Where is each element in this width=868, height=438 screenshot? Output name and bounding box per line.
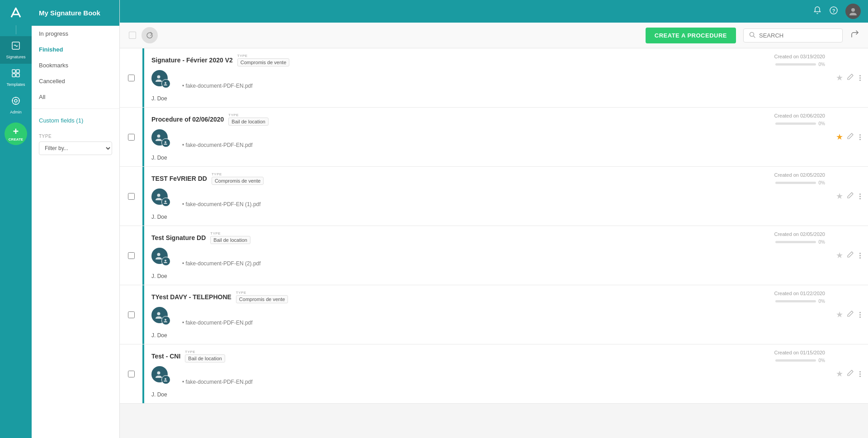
edit-icon[interactable] xyxy=(847,251,854,260)
user-name: J. Doe xyxy=(151,214,168,220)
item-checkbox-col xyxy=(120,285,142,344)
star-button[interactable]: ★ xyxy=(836,191,843,201)
edit-icon[interactable] xyxy=(847,369,854,378)
list-item: Test - CNI TYPE Bail de location xyxy=(120,344,868,404)
item-actions: ★ xyxy=(830,48,868,107)
user-name: J. Doe xyxy=(151,332,168,339)
svg-point-27 xyxy=(157,372,160,375)
item-meta: Created on 01/15/2020 0% xyxy=(740,344,830,403)
svg-point-17 xyxy=(157,75,160,79)
item-checkbox[interactable] xyxy=(128,252,135,259)
svg-point-7 xyxy=(14,99,17,102)
notification-button[interactable] xyxy=(813,6,822,17)
more-button[interactable] xyxy=(858,310,863,320)
filter-type-select[interactable]: Filter by... Compromis de vente Bail de … xyxy=(39,141,112,155)
create-procedure-button[interactable]: CREATE A PROCEDURE xyxy=(646,28,736,43)
progress-pct: 0% xyxy=(819,240,825,245)
item-checkbox[interactable] xyxy=(128,193,135,200)
nav-link-all[interactable]: All xyxy=(32,89,119,105)
progress-bar xyxy=(775,241,816,243)
file-name: • fake-document-PDF-EN.pdf xyxy=(182,83,253,89)
admin-label: Admin xyxy=(10,110,22,114)
avatar-group: J. Doe xyxy=(151,248,168,279)
filter-section: TYPE Filter by... Compromis de vente Bai… xyxy=(32,128,119,159)
edit-icon[interactable] xyxy=(847,132,854,141)
star-button[interactable]: ★ xyxy=(836,250,843,260)
item-content: J. Doe • fake-document-PDF-EN.pdf xyxy=(151,129,733,161)
avatar-group: J. Doe xyxy=(151,129,168,161)
svg-line-16 xyxy=(754,36,755,38)
item-type-badge: TYPE Bail de location xyxy=(185,350,225,363)
signatures-label: Signatures xyxy=(6,55,25,59)
item-checkbox[interactable] xyxy=(128,134,135,141)
nav-link-finished[interactable]: Finished xyxy=(32,42,119,57)
item-header: TEST FeVRIER DD TYPE Compromis de vente xyxy=(151,172,733,185)
sidebar-item-templates[interactable]: Templates xyxy=(0,64,32,91)
progress-bar xyxy=(775,122,816,125)
item-meta: Created on 03/19/2020 0% xyxy=(740,48,830,107)
star-button[interactable]: ★ xyxy=(836,132,843,142)
item-body: TEST FeVRIER DD TYPE Compromis de vente xyxy=(144,167,740,226)
item-actions: ★ xyxy=(830,108,868,166)
star-button[interactable]: ★ xyxy=(836,369,843,379)
more-button[interactable] xyxy=(858,73,863,83)
star-button[interactable]: ★ xyxy=(836,73,843,83)
item-content: J. Doe • fake-document-PDF-EN.pdf xyxy=(151,366,733,398)
item-header: Signature - Février 2020 V2 TYPE Comprom… xyxy=(151,54,733,66)
user-avatar xyxy=(151,129,168,146)
item-type-badge: TYPE Compromis de vente xyxy=(237,54,290,66)
svg-point-26 xyxy=(165,319,166,321)
list-item: TYest DAVY - TELEPHONE TYPE Compromis de… xyxy=(120,285,868,344)
item-content: J. Doe • fake-document-PDF-EN (1).pdf xyxy=(151,188,733,220)
created-date: Created on 02/05/2020 xyxy=(774,231,825,237)
type-label: TYPE xyxy=(228,113,269,117)
edit-icon[interactable] xyxy=(847,73,854,82)
file-name: • fake-document-PDF-EN (1).pdf xyxy=(182,201,261,207)
create-button-sidebar[interactable]: + CREATE xyxy=(5,122,27,145)
progress-pct: 0% xyxy=(819,62,825,67)
sidebar-item-signatures[interactable]: Signatures xyxy=(0,36,32,64)
progress-bar xyxy=(775,359,816,362)
more-button[interactable] xyxy=(858,132,863,142)
item-header: TYest DAVY - TELEPHONE TYPE Compromis de… xyxy=(151,291,733,303)
item-checkbox[interactable] xyxy=(128,371,135,377)
item-meta: Created on 02/05/2020 0% xyxy=(740,167,830,226)
svg-rect-5 xyxy=(16,74,19,77)
edit-icon[interactable] xyxy=(847,310,854,319)
list-item: Procedure of 02/06/2020 TYPE Bail de loc… xyxy=(120,108,868,167)
progress-pct: 0% xyxy=(819,358,825,363)
list-item: Signature - Février 2020 V2 TYPE Comprom… xyxy=(120,48,868,108)
more-button[interactable] xyxy=(858,192,863,201)
search-input[interactable] xyxy=(759,32,837,39)
item-checkbox[interactable] xyxy=(128,311,135,318)
type-value: Compromis de vente xyxy=(237,58,290,66)
nav-link-cancelled[interactable]: Cancelled xyxy=(32,73,119,89)
nav-link-bookmarks[interactable]: Bookmarks xyxy=(32,57,119,73)
svg-point-19 xyxy=(157,135,160,138)
user-avatar-topbar[interactable] xyxy=(845,4,861,19)
filter-type-label: TYPE xyxy=(39,134,112,139)
avatar-group: J. Doe xyxy=(151,188,168,220)
item-title: Test - CNI xyxy=(151,353,180,360)
user-avatar xyxy=(151,188,168,205)
help-button[interactable]: ? xyxy=(829,6,838,17)
custom-fields-link[interactable]: Custom fields (1) xyxy=(32,113,119,128)
more-button[interactable] xyxy=(858,369,863,379)
templates-icon xyxy=(11,68,21,80)
nav-link-in-progress[interactable]: In progress xyxy=(32,26,119,42)
star-button[interactable]: ★ xyxy=(836,310,843,320)
progress-bar xyxy=(775,63,816,66)
sidebar-item-admin[interactable]: Admin xyxy=(0,91,32,119)
share-icon[interactable] xyxy=(850,30,859,41)
secondary-avatar xyxy=(161,198,170,207)
user-avatar xyxy=(151,70,168,86)
item-checkbox-col xyxy=(120,226,142,285)
more-button[interactable] xyxy=(858,251,863,260)
refresh-button[interactable] xyxy=(142,27,158,43)
type-value: Compromis de vente xyxy=(212,177,264,185)
edit-icon[interactable] xyxy=(847,192,854,201)
app-logo[interactable] xyxy=(7,4,25,22)
item-meta: Created on 01/22/2020 0% xyxy=(740,285,830,344)
item-checkbox[interactable] xyxy=(128,75,135,81)
select-all-checkbox[interactable] xyxy=(129,32,136,39)
